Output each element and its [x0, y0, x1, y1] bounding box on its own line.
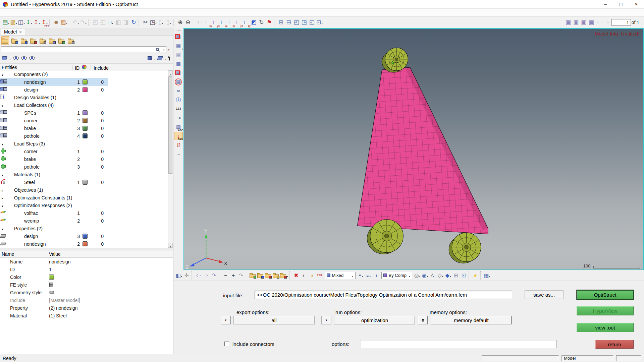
toolbar-icon[interactable]	[193, 19, 195, 26]
menu-item[interactable]	[38, 12, 44, 13]
toolbar-icon[interactable]	[274, 19, 276, 26]
layout-quad-icon[interactable]: ◰	[292, 18, 300, 27]
menu-item[interactable]	[68, 12, 74, 13]
tree-row[interactable]: wcomp 2 0	[0, 217, 108, 225]
tree-row[interactable]: Load Collectors (4)	[0, 101, 108, 109]
folder-mask-icon[interactable]	[272, 271, 280, 280]
tile-window-icon[interactable]: ◧	[114, 18, 122, 27]
panel-splitter[interactable]	[0, 248, 173, 250]
view-yx-icon[interactable]: ∟ yx	[211, 18, 219, 27]
tree-row[interactable]: Properties (2)	[0, 225, 108, 232]
viewport-toolbar-icon[interactable]	[192, 271, 194, 280]
entity-color-swatch[interactable]	[83, 133, 88, 138]
menu-item[interactable]	[19, 12, 25, 13]
layout-split-icon[interactable]: ⊟	[285, 18, 292, 27]
menu-item[interactable]	[98, 12, 104, 13]
graphics-viewport[interactable]: Model Info: Untitled*	[183, 28, 644, 270]
tab-close-icon[interactable]	[19, 29, 22, 35]
hyperview-button[interactable]: HyperView	[577, 306, 634, 315]
entity-color-swatch[interactable]	[83, 110, 88, 115]
visualization-toggle-icon[interactable]: ⇵	[174, 141, 183, 149]
toolbar-icon[interactable]	[88, 19, 90, 26]
mesh-view-icon[interactable]	[48, 36, 56, 45]
entity-color-swatch[interactable]	[83, 118, 88, 123]
tree-expander-icon[interactable]	[2, 226, 6, 231]
redo-icon[interactable]: ↷	[79, 18, 87, 27]
monitor-icon[interactable]: ⊡	[460, 271, 468, 280]
measure-icon[interactable]: ⇥	[174, 114, 183, 122]
undo-icon[interactable]: ↶	[72, 18, 79, 27]
view-back-arrow-icon[interactable]: ⇦	[196, 18, 204, 27]
toolbar-icon[interactable]	[49, 19, 51, 26]
tree-row[interactable]: corner 2 0	[0, 117, 108, 124]
folder-entities-icon[interactable]	[249, 271, 257, 280]
view-iso-icon[interactable]: ◩	[250, 18, 258, 27]
zoom-out-icon[interactable]: ⊖	[184, 18, 192, 27]
solid-mode-icon[interactable]: ◆	[444, 271, 452, 280]
property-row[interactable]: Include [Master Model]	[0, 296, 173, 304]
record-video-icon[interactable]: ▣	[580, 18, 588, 27]
include-view-icon[interactable]	[67, 36, 75, 45]
menu-item[interactable]	[62, 12, 68, 13]
tree-row[interactable]: nondesign 1 0	[0, 78, 108, 86]
page-number-field[interactable]	[611, 19, 631, 26]
dropdown-caret-icon[interactable]	[9, 55, 11, 61]
folder-export-icon[interactable]	[280, 271, 288, 280]
wireframe-mode-icon[interactable]: ◎	[414, 271, 421, 280]
viewport-toolbar-icon[interactable]	[289, 271, 291, 280]
tree-row[interactable]: design 3 0	[0, 232, 108, 240]
toolbar-drag-handle[interactable]	[176, 30, 181, 31]
tree-row[interactable]: Optimization Constraints (1)	[0, 194, 108, 201]
shade-solid-icon[interactable]: ◑	[372, 271, 380, 280]
layout-full-icon[interactable]: ⊡	[316, 18, 323, 27]
entity-color-swatch[interactable]	[83, 234, 88, 239]
new-session-icon[interactable]: ▤	[2, 18, 10, 27]
property-row[interactable]: FE style	[0, 281, 173, 289]
organize-icon[interactable]: ▨	[60, 18, 68, 27]
shaded-elements-icon[interactable]: ▩	[174, 59, 183, 68]
reverse-elements-icon[interactable]: ▦ ↓	[174, 41, 183, 50]
property-row[interactable]: Color	[0, 273, 173, 281]
tree-row[interactable]: pothole 4 0	[0, 132, 108, 140]
capture-image-icon[interactable]: ▣	[565, 18, 572, 27]
entity-color-swatch[interactable]	[83, 126, 88, 131]
element-labels-icon[interactable]: ▦ ABC	[174, 123, 183, 131]
cut-icon[interactable]: ✂	[142, 18, 149, 27]
tree-expander-icon[interactable]	[2, 203, 6, 208]
property-row[interactable]: Geometry style	[0, 289, 173, 296]
show-hide-eye-icon[interactable]	[13, 56, 19, 60]
property-row[interactable]: Material (1) Steel	[0, 312, 173, 319]
menu-item[interactable]	[7, 12, 13, 13]
run-options-caret-button[interactable]	[322, 316, 331, 324]
tree-row[interactable]: brake 2 0	[0, 155, 108, 163]
tree-row[interactable]: Components (2)	[0, 70, 108, 78]
export-options-dropdown[interactable]: all	[234, 316, 314, 324]
delete-entities-icon[interactable]: ✖	[292, 271, 300, 280]
entity-cube-icon[interactable]	[148, 56, 152, 60]
run-options-dropdown[interactable]: optimization	[334, 316, 415, 324]
render-mode-icon[interactable]	[469, 271, 471, 280]
component-view-icon[interactable]	[20, 36, 28, 45]
collapse-icon[interactable]: −	[222, 271, 229, 280]
toolbar-icon[interactable]	[139, 19, 141, 26]
tree-expander-icon[interactable]	[2, 187, 6, 193]
wireframe-elements-icon[interactable]: ▦	[174, 50, 183, 59]
entities-column-header[interactable]: Entities	[2, 65, 17, 70]
card-display-icon[interactable]	[157, 56, 163, 60]
scrollbar-thumb[interactable]	[168, 76, 172, 174]
menu-item[interactable]	[110, 12, 116, 13]
set-view-icon[interactable]	[58, 36, 65, 45]
layout-three-icon[interactable]: ◳	[300, 18, 308, 27]
tree-row[interactable]: Steel 1 0	[0, 178, 108, 186]
find-entities-icon[interactable]: ∞	[174, 86, 183, 95]
layout-two-icon[interactable]: ◱	[308, 18, 316, 27]
view-zx-icon[interactable]: ∟ zx	[227, 18, 234, 27]
tree-expander-icon[interactable]	[2, 95, 6, 100]
toolbar-icon[interactable]	[173, 19, 175, 26]
export-ppt-icon[interactable]: ↥ PPT	[41, 18, 48, 27]
input-file-field[interactable]	[255, 291, 512, 299]
scroll-down-icon[interactable]	[168, 243, 173, 248]
property-color-swatch[interactable]	[49, 275, 54, 280]
viewport-toolbar-icon[interactable]	[246, 271, 248, 280]
paste-icon[interactable]: ▯	[157, 18, 165, 27]
